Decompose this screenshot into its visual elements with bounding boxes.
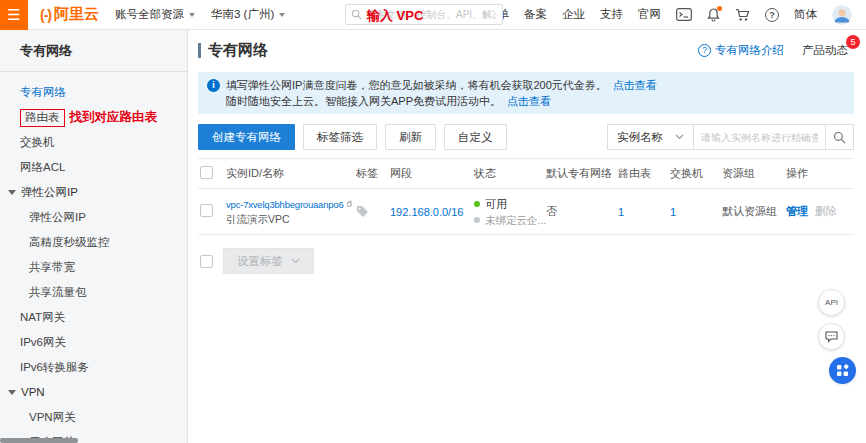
vpc-intro-link[interactable]: ? 专有网络介绍 — [698, 43, 784, 58]
status-cen: 未绑定云企... — [474, 212, 542, 228]
vswitch-count-link[interactable]: 1 — [670, 206, 676, 218]
notifications-button[interactable] — [707, 8, 720, 22]
vpc-cidr-link[interactable]: 192.168.0.0/16 — [390, 206, 463, 218]
delete-action[interactable]: 删除 — [815, 205, 837, 217]
region-label: 华南3 (广州) — [211, 7, 274, 22]
sidebar-group-eip[interactable]: 弹性公网IP — [0, 180, 187, 205]
toolbar-right: 实例名称 — [607, 124, 854, 150]
sidebar-item-route-table[interactable]: 路由表 找到对应路由表 — [0, 105, 187, 130]
main-content: 专有网络 ? 专有网络介绍 产品动态 5 i 填写弹性公网IP满意度问卷，您的意… — [188, 30, 866, 443]
region-dropdown[interactable]: 华南3 (广州) — [211, 7, 285, 22]
product-news-link[interactable]: 产品动态 5 — [802, 43, 848, 58]
cloud-shell-button[interactable] — [676, 8, 692, 21]
col-resource-group: 资源组 — [720, 159, 784, 189]
search-icon — [351, 9, 362, 20]
mini-app-button[interactable] — [829, 357, 856, 384]
info-icon: i — [207, 79, 220, 92]
sidebar-list: 专有网络 路由表 找到对应路由表 交换机 网络ACL 弹性公网IP 弹性公网IP… — [0, 72, 187, 443]
sidebar-item-vpc[interactable]: 专有网络 — [0, 80, 187, 105]
resource-group-cell: 默认资源组 — [720, 189, 784, 235]
api-label: API — [825, 298, 838, 307]
sidebar-item-eip[interactable]: 弹性公网IP — [0, 205, 187, 230]
resource-scope-label: 账号全部资源 — [115, 7, 184, 22]
question-circle-icon: ? — [698, 44, 711, 57]
chevron-down-icon — [291, 258, 300, 264]
set-tags-label: 设置标签 — [237, 249, 283, 273]
is-default-cell: 否 — [544, 189, 616, 235]
col-route-table: 路由表 — [616, 159, 668, 189]
menu-button[interactable]: ☰ — [0, 0, 28, 30]
nav-enterprise[interactable]: 企业 — [562, 7, 585, 22]
sidebar-item-shared-bandwidth[interactable]: 共享带宽 — [0, 255, 187, 280]
sidebar-item-second-level-monitoring[interactable]: 高精度秒级监控 — [0, 230, 187, 255]
vpc-intro-label: 专有网络介绍 — [715, 43, 784, 58]
table-header-row: 实例ID/名称 标签 网段 状态 默认专有网络 路由表 交换机 资源组 操作 — [198, 159, 854, 189]
refresh-button[interactable]: 刷新 — [385, 124, 436, 150]
resource-scope-dropdown[interactable]: 账号全部资源 — [115, 7, 195, 22]
comment-icon — [825, 331, 838, 343]
status-dot-gray — [474, 217, 480, 223]
cart-button[interactable] — [735, 8, 750, 22]
tag-filter-button[interactable]: 标签筛选 — [303, 124, 377, 150]
nav-support[interactable]: 支持 — [600, 7, 623, 22]
feedback-button[interactable] — [818, 323, 845, 350]
sidebar-item-vswitch[interactable]: 交换机 — [0, 130, 187, 155]
sidebar-item-data-transfer-plan[interactable]: 共享流量包 — [0, 280, 187, 305]
notification-badge: 5 — [846, 35, 860, 49]
banner-link-1[interactable]: 点击查看 — [613, 79, 657, 91]
aliyun-logo-icon: (-) — [40, 7, 51, 23]
terminal-icon — [676, 8, 692, 21]
caret-down-icon — [8, 190, 16, 195]
create-vpc-button[interactable]: 创建专有网络 — [198, 124, 295, 150]
sidebar-item-nat-gateway[interactable]: NAT网关 — [0, 305, 187, 330]
filter-field-select[interactable]: 实例名称 — [607, 124, 694, 150]
sidebar-title: 专有网络 — [0, 30, 187, 72]
instance-search-button[interactable] — [826, 124, 854, 150]
page-title: 专有网络 — [208, 41, 268, 60]
hamburger-icon: ☰ — [7, 6, 20, 24]
nav-website[interactable]: 官网 — [638, 7, 661, 22]
sidebar-item-network-acl[interactable]: 网络ACL — [0, 155, 187, 180]
page-header-right: ? 专有网络介绍 产品动态 5 — [698, 43, 854, 58]
nav-icp[interactable]: 备案 — [524, 7, 547, 22]
row-checkbox[interactable] — [200, 204, 213, 217]
info-banner: i 填写弹性公网IP满意度问卷，您的意见如被采纳，将有机会获取200元代金券。点… — [198, 72, 854, 114]
select-all-checkbox[interactable] — [200, 166, 213, 179]
horizontal-scrollbar[interactable] — [0, 438, 78, 443]
sidebar-item-vpn-gateway[interactable]: VPN网关 — [0, 405, 187, 430]
vpc-name: 引流演示VPC — [226, 212, 352, 227]
tag-icon[interactable] — [356, 205, 369, 218]
col-default-vpc: 默认专有网络 — [544, 159, 616, 189]
copy-icon[interactable] — [347, 199, 352, 209]
avatar[interactable] — [832, 5, 852, 25]
col-instance-id: 实例ID/名称 — [224, 159, 354, 189]
manage-action[interactable]: 管理 — [786, 205, 808, 217]
instance-search-input[interactable] — [694, 124, 826, 150]
route-table-count-link[interactable]: 1 — [618, 206, 624, 218]
help-button[interactable]: ? — [765, 8, 779, 22]
customize-button[interactable]: 自定义 — [444, 124, 507, 150]
set-tags-button[interactable]: 设置标签 — [223, 248, 314, 274]
language-switch[interactable]: 简体 — [794, 7, 817, 22]
product-news-label: 产品动态 — [802, 44, 848, 56]
help-icon: ? — [765, 8, 779, 22]
chevron-down-icon — [189, 13, 195, 17]
avatar-icon — [832, 5, 852, 25]
sidebar-group-vpn[interactable]: VPN — [0, 380, 187, 405]
banner-link-2[interactable]: 点击查看 — [507, 95, 551, 107]
qr-grid-icon — [836, 364, 849, 377]
sidebar: 专有网络 专有网络 路由表 找到对应路由表 交换机 网络ACL 弹性公网IP 弹… — [0, 30, 188, 443]
table-row: vpc-7xvelq3bhbegrouaanpo6 引流演示VPC 192.16 — [198, 189, 854, 235]
footer-select-all-checkbox[interactable] — [200, 255, 213, 268]
filter-field-label: 实例名称 — [617, 130, 663, 145]
col-actions: 操作 — [784, 159, 854, 189]
chevron-down-icon — [279, 13, 285, 17]
aliyun-logo[interactable]: (-) 阿里云 — [40, 5, 99, 24]
sidebar-item-ipv6-translation[interactable]: IPv6转换服务 — [0, 355, 187, 380]
api-button[interactable]: API — [818, 289, 845, 316]
sidebar-item-ipv6-gateway[interactable]: IPv6网关 — [0, 330, 187, 355]
vpc-id-link[interactable]: vpc-7xvelq3bhbegrouaanpo6 — [226, 197, 344, 212]
bell-icon — [707, 8, 720, 22]
col-tags: 标签 — [354, 159, 388, 189]
caret-down-icon — [8, 390, 16, 395]
